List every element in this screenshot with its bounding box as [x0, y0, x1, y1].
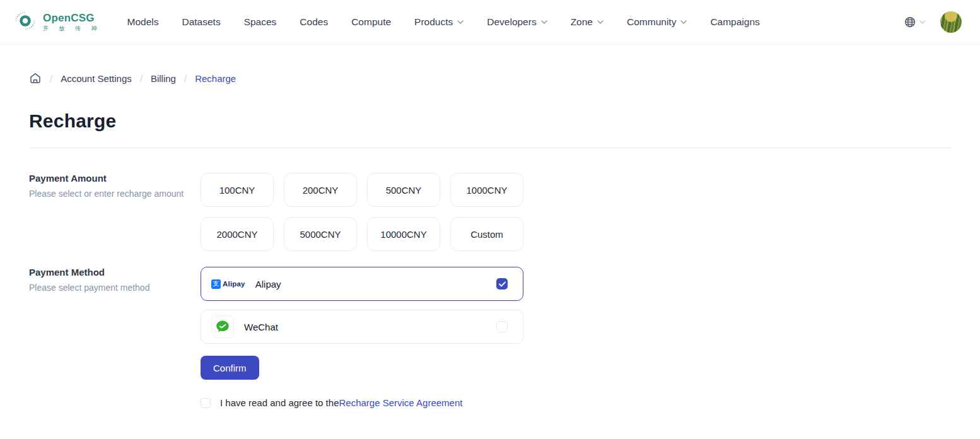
agreement-text: I have read and agree to the: [220, 397, 339, 408]
alipay-checkbox-checked[interactable]: [496, 278, 508, 290]
nav-community[interactable]: Community: [627, 16, 687, 28]
home-icon[interactable]: [29, 72, 42, 85]
payment-method-label: Payment Method: [29, 267, 201, 278]
amount-option-1000cny[interactable]: 1000CNY: [450, 173, 523, 207]
nav-developers[interactable]: Developers: [487, 16, 547, 28]
amount-options-grid: 100CNY 200CNY 500CNY 1000CNY 2000CNY 500…: [201, 173, 523, 251]
chevron-down-icon: [541, 20, 547, 24]
payment-method-section: Payment Method Please select payment met…: [29, 267, 951, 344]
amount-option-10000cny[interactable]: 10000CNY: [367, 217, 440, 251]
amount-option-2000cny[interactable]: 2000CNY: [201, 217, 274, 251]
breadcrumb-separator: /: [184, 73, 187, 84]
nav-models[interactable]: Models: [127, 16, 159, 28]
breadcrumb: / Account Settings / Billing / Recharge: [29, 72, 951, 85]
title-divider: [29, 148, 951, 148]
wechat-pay-icon: [211, 315, 234, 338]
breadcrumb-recharge-current: Recharge: [195, 73, 236, 84]
chevron-down-icon: [680, 20, 687, 24]
alipay-logo-icon: 支 Alipay: [211, 279, 245, 289]
confirm-button[interactable]: Confirm: [201, 356, 259, 380]
top-navigation-bar: OpenCSG 开 放 传 神 Models Datasets Spaces C…: [0, 0, 980, 45]
breadcrumb-separator: /: [50, 73, 52, 84]
payment-amount-hint: Please select or enter recharge amount: [29, 189, 201, 199]
chevron-down-icon: [919, 20, 926, 24]
nav-products[interactable]: Products: [414, 16, 464, 28]
page-title: Recharge: [29, 110, 951, 132]
agreement-checkbox[interactable]: [201, 398, 211, 408]
brand-name-chinese: 开 放 传 神: [43, 26, 102, 32]
wechat-label: WeChat: [244, 322, 278, 332]
payment-method-wechat[interactable]: WeChat: [201, 310, 523, 344]
nav-datasets[interactable]: Datasets: [182, 16, 220, 28]
amount-option-100cny[interactable]: 100CNY: [201, 173, 274, 207]
chevron-down-icon: [457, 20, 464, 24]
globe-icon: [904, 16, 916, 28]
opencsg-logo-icon: [13, 8, 38, 36]
brand-name: OpenCSG: [43, 13, 102, 23]
main-nav: Models Datasets Spaces Codes Compute Pro…: [127, 16, 760, 28]
breadcrumb-billing[interactable]: Billing: [151, 73, 176, 84]
opencsg-logo[interactable]: OpenCSG 开 放 传 神: [13, 8, 102, 36]
payment-amount-label: Payment Amount: [29, 173, 201, 184]
chevron-down-icon: [597, 20, 604, 24]
nav-spaces[interactable]: Spaces: [244, 16, 277, 28]
nav-compute[interactable]: Compute: [351, 16, 391, 28]
payment-method-hint: Please select payment method: [29, 283, 201, 293]
nav-codes[interactable]: Codes: [300, 16, 328, 28]
language-selector[interactable]: [904, 16, 926, 28]
nav-zone[interactable]: Zone: [571, 16, 604, 28]
amount-option-5000cny[interactable]: 5000CNY: [284, 217, 357, 251]
amount-option-500cny[interactable]: 500CNY: [367, 173, 440, 207]
recharge-page: / Account Settings / Billing / Recharge …: [0, 72, 980, 408]
breadcrumb-separator: /: [140, 73, 143, 84]
user-avatar[interactable]: [940, 11, 962, 33]
wechat-checkbox-unchecked[interactable]: [496, 321, 508, 332]
payment-method-list: 支 Alipay Alipay WeChat: [201, 267, 523, 344]
breadcrumb-account-settings[interactable]: Account Settings: [61, 73, 132, 84]
agreement-row: I have read and agree to the Recharge Se…: [201, 397, 951, 408]
payment-amount-section: Payment Amount Please select or enter re…: [29, 173, 951, 251]
recharge-service-agreement-link[interactable]: Recharge Service Agreement: [339, 397, 462, 408]
nav-campaigns[interactable]: Campaigns: [710, 16, 759, 28]
amount-option-200cny[interactable]: 200CNY: [284, 173, 357, 207]
amount-option-custom[interactable]: Custom: [450, 217, 523, 251]
alipay-label: Alipay: [255, 279, 281, 290]
payment-method-alipay[interactable]: 支 Alipay Alipay: [201, 267, 523, 301]
